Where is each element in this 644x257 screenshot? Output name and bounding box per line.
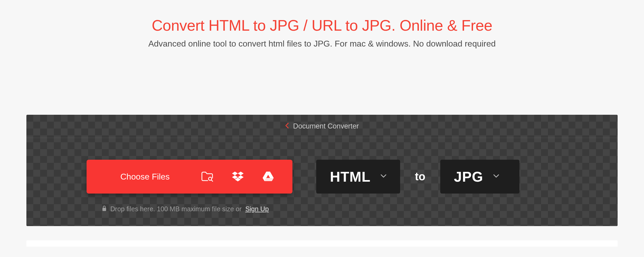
- breadcrumb[interactable]: Document Converter: [26, 115, 618, 138]
- bottom-panel-peek: [26, 240, 618, 247]
- source-format-select[interactable]: HTML: [316, 160, 400, 194]
- chevron-down-icon: [381, 174, 386, 179]
- upload-source-icons: [201, 172, 274, 182]
- svg-line-1: [211, 180, 213, 181]
- chevron-down-icon: [493, 174, 499, 179]
- page-title: Convert HTML to JPG / URL to JPG. Online…: [148, 16, 496, 34]
- upload-group: Choose Files: [87, 160, 292, 213]
- source-format-label: HTML: [330, 168, 371, 185]
- to-label: to: [415, 170, 425, 183]
- drop-hint-text: Drop files here. 100 MB maximum file siz…: [110, 205, 242, 213]
- sign-up-link[interactable]: Sign Up: [245, 205, 269, 213]
- chevron-left-icon: [285, 123, 289, 130]
- breadcrumb-label: Document Converter: [293, 122, 359, 130]
- header-section: Convert HTML to JPG / URL to JPG. Online…: [148, 0, 496, 49]
- controls-row: Choose Files: [26, 138, 618, 226]
- page-container: Convert HTML to JPG / URL to JPG. Online…: [0, 0, 644, 247]
- converter-panel: Document Converter Choose Files: [26, 115, 618, 226]
- google-drive-icon[interactable]: [263, 172, 274, 182]
- lock-icon: [102, 205, 107, 213]
- svg-rect-2: [102, 208, 106, 211]
- page-subtitle: Advanced online tool to convert html fil…: [148, 39, 496, 49]
- folder-search-icon[interactable]: [201, 172, 213, 182]
- dropbox-icon[interactable]: [232, 172, 244, 182]
- target-format-label: JPG: [454, 168, 483, 185]
- target-format-select[interactable]: JPG: [440, 160, 519, 194]
- choose-files-label: Choose Files: [120, 172, 170, 182]
- format-group: HTML to JPG: [316, 160, 519, 194]
- choose-files-button[interactable]: Choose Files: [87, 160, 292, 194]
- drop-hint: Drop files here. 100 MB maximum file siz…: [87, 205, 292, 213]
